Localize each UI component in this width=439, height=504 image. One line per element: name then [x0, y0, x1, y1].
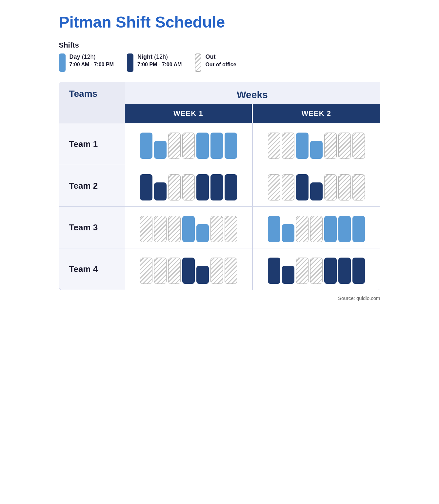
block-out	[168, 174, 181, 200]
block-day	[140, 133, 152, 159]
block-out	[296, 216, 309, 242]
night-icon	[127, 53, 133, 72]
schedule-table: Teams Weeks WEEK 1 WEEK 2 Team 1	[59, 82, 380, 290]
block-day	[338, 216, 351, 242]
block-night	[196, 174, 209, 200]
block-night	[338, 258, 351, 284]
team4-week2	[252, 248, 380, 290]
block-out	[296, 258, 309, 284]
block-out	[210, 216, 223, 242]
block-out	[268, 133, 280, 159]
team3-name: Team 3	[59, 207, 125, 248]
shift-night: Night (12h) 7:00 PM - 7:00 AM	[127, 53, 182, 72]
block-day	[282, 224, 294, 242]
block-out	[324, 174, 337, 200]
team3-week2	[252, 207, 380, 248]
block-night	[268, 258, 280, 284]
block-night	[324, 258, 337, 284]
block-out	[182, 133, 195, 159]
block-day	[296, 133, 309, 159]
shift-out-name: Out	[205, 53, 236, 60]
weeks-header-row: Teams Weeks	[59, 82, 380, 104]
block-out	[268, 174, 280, 200]
block-out	[154, 216, 167, 242]
team2-week1	[125, 165, 252, 207]
team3-week2-blocks	[256, 213, 377, 242]
team2-row: Team 2	[59, 165, 380, 207]
block-out	[310, 258, 323, 284]
shift-day-text: Day (12h) 7:00 AM - 7:00 PM	[70, 53, 114, 68]
block-out	[140, 258, 152, 284]
shifts-label: Shifts	[59, 41, 380, 50]
block-day	[210, 133, 223, 159]
day-icon	[59, 53, 66, 72]
block-out	[282, 174, 294, 200]
team3-row: Team 3	[59, 207, 380, 248]
shift-day-name: Day (12h)	[70, 53, 114, 60]
block-night	[210, 174, 223, 200]
shift-out-text: Out Out of office	[205, 53, 236, 68]
team1-name: Team 1	[59, 123, 125, 165]
team2-name: Team 2	[59, 165, 125, 207]
block-night	[310, 182, 323, 200]
page: Pitman Shift Schedule Shifts Day (12h) 7…	[59, 13, 380, 301]
shift-day-time: 7:00 AM - 7:00 PM	[70, 62, 114, 68]
block-night	[282, 266, 294, 284]
source-credit: Source: quidlo.com	[59, 295, 380, 301]
team2-week2	[252, 165, 380, 207]
block-out	[225, 258, 237, 284]
block-out	[282, 133, 294, 159]
block-day	[196, 133, 209, 159]
page-title: Pitman Shift Schedule	[59, 13, 380, 31]
block-out	[352, 133, 365, 159]
schedule-table-wrapper: Teams Weeks WEEK 1 WEEK 2 Team 1	[59, 82, 380, 290]
team4-week1	[125, 248, 252, 290]
block-night	[296, 174, 309, 200]
shift-night-qualifier: (12h)	[154, 53, 168, 60]
team4-week2-blocks	[256, 254, 377, 284]
shift-night-text: Night (12h) 7:00 PM - 7:00 AM	[137, 53, 182, 68]
block-night	[140, 174, 152, 200]
team3-week1	[125, 207, 252, 248]
block-out	[168, 258, 181, 284]
block-out	[154, 258, 167, 284]
block-day	[310, 141, 323, 159]
team3-week1-blocks	[128, 213, 249, 242]
team2-week2-blocks	[256, 171, 377, 200]
shifts-section: Shifts Day (12h) 7:00 AM - 7:00 PM Night…	[59, 41, 380, 72]
shift-night-name: Night (12h)	[137, 53, 182, 60]
block-out	[168, 133, 181, 159]
block-out	[182, 174, 195, 200]
out-icon	[195, 53, 201, 72]
block-day	[268, 216, 280, 242]
block-out	[210, 258, 223, 284]
block-out	[338, 174, 351, 200]
block-night	[225, 174, 237, 200]
team4-name: Team 4	[59, 248, 125, 290]
team4-week1-blocks	[128, 254, 249, 284]
shift-day: Day (12h) 7:00 AM - 7:00 PM	[59, 53, 114, 72]
block-day	[196, 224, 209, 242]
block-out	[324, 133, 337, 159]
block-day	[352, 216, 365, 242]
block-out	[338, 133, 351, 159]
block-out	[352, 174, 365, 200]
block-day	[182, 216, 195, 242]
team1-week2-blocks	[256, 129, 377, 159]
block-night	[196, 266, 209, 284]
block-day	[225, 133, 237, 159]
team1-week2	[252, 123, 380, 165]
week2-header-cell: WEEK 2	[252, 104, 380, 123]
block-out	[310, 216, 323, 242]
block-day	[324, 216, 337, 242]
block-night	[352, 258, 365, 284]
weeks-header-cell: Weeks	[125, 82, 380, 104]
shift-out: Out Out of office	[195, 53, 236, 72]
block-out	[168, 216, 181, 242]
week-labels-row: WEEK 1 WEEK 2	[59, 104, 380, 123]
team1-week1-blocks	[128, 129, 249, 159]
week1-header-cell: WEEK 1	[125, 104, 252, 123]
shift-day-qualifier: (12h)	[82, 53, 96, 60]
block-day	[154, 141, 167, 159]
team4-row: Team 4	[59, 248, 380, 290]
